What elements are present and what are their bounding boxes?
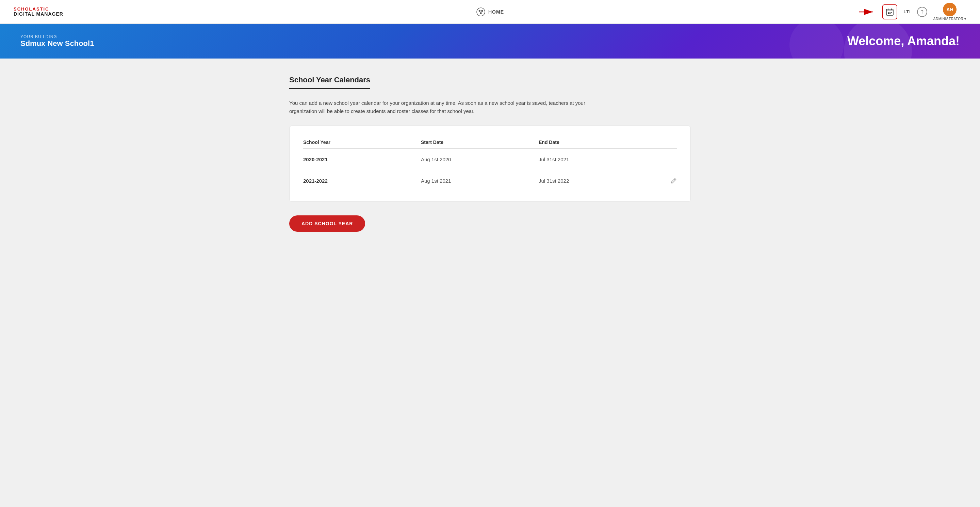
svg-point-3: [480, 12, 482, 14]
avatar: AH: [943, 3, 956, 16]
logo-scholastic: SCHOLASTIC: [14, 7, 63, 11]
col-school-year: School Year: [303, 140, 421, 145]
svg-rect-14: [888, 12, 889, 13]
end-date-value: Jul 31st 2022: [539, 178, 656, 184]
col-actions: [656, 140, 677, 145]
svg-line-7: [481, 11, 482, 13]
banner: YOUR BUILDING Sdmux New School1 Welcome,…: [0, 24, 980, 59]
table-row: 2020-2021 Aug 1st 2020 Jul 31st 2021: [303, 149, 677, 170]
school-year-value: 2021-2022: [303, 178, 421, 184]
svg-line-6: [480, 11, 480, 13]
header-right: LTI ? AH ADMINISTRATOR ▾: [859, 3, 966, 21]
school-year-value: 2020-2021: [303, 157, 421, 162]
home-nav[interactable]: HOME: [476, 7, 504, 17]
welcome-text: Welcome, Amanda!: [847, 34, 959, 48]
svg-rect-16: [891, 12, 892, 13]
main-content: School Year Calendars You can add a new …: [269, 59, 711, 249]
arrow-icon: [859, 7, 876, 17]
arrow-indicator: [859, 7, 876, 17]
svg-line-19: [674, 179, 675, 180]
help-button[interactable]: ?: [917, 7, 927, 17]
school-name: Sdmux New School1: [21, 39, 94, 48]
logo-digital-manager: DIGITAL MANAGER: [14, 11, 63, 17]
description-text: You can add a new school year calendar f…: [289, 99, 595, 115]
col-start-date: Start Date: [421, 140, 539, 145]
svg-rect-17: [888, 13, 889, 14]
svg-point-2: [482, 10, 483, 11]
logo: SCHOLASTIC DIGITAL MANAGER: [14, 7, 63, 17]
user-menu[interactable]: AH ADMINISTRATOR ▾: [933, 3, 966, 21]
admin-label: ADMINISTRATOR ▾: [933, 17, 966, 21]
edit-school-year-button[interactable]: [656, 178, 677, 184]
pencil-icon: [671, 178, 677, 184]
school-year-table-card: School Year Start Date End Date 2020-202…: [289, 126, 691, 202]
your-building-label: YOUR BUILDING: [21, 34, 94, 39]
table-header-row: School Year Start Date End Date: [303, 136, 677, 149]
table-inner: School Year Start Date End Date 2020-202…: [290, 126, 690, 202]
home-label: HOME: [488, 9, 504, 14]
page-title-section: School Year Calendars: [289, 76, 691, 89]
header: SCHOLASTIC DIGITAL MANAGER HOME: [0, 0, 980, 24]
end-date-value: Jul 31st 2021: [539, 157, 656, 162]
calendar-button[interactable]: [882, 5, 897, 19]
start-date-value: Aug 1st 2021: [421, 178, 539, 184]
add-school-year-button[interactable]: ADD SCHOOL YEAR: [289, 215, 365, 232]
table-row: 2021-2022 Aug 1st 2021 Jul 31st 2022: [303, 170, 677, 191]
svg-point-0: [477, 8, 485, 16]
svg-point-1: [479, 10, 480, 11]
calendar-icon: [886, 8, 894, 16]
lti-button[interactable]: LTI: [904, 9, 911, 14]
page-title: School Year Calendars: [289, 76, 370, 89]
home-icon: [476, 7, 485, 17]
banner-left: YOUR BUILDING Sdmux New School1: [21, 34, 94, 48]
start-date-value: Aug 1st 2020: [421, 157, 539, 162]
col-end-date: End Date: [539, 140, 656, 145]
svg-rect-15: [889, 12, 891, 13]
svg-rect-18: [889, 13, 891, 14]
